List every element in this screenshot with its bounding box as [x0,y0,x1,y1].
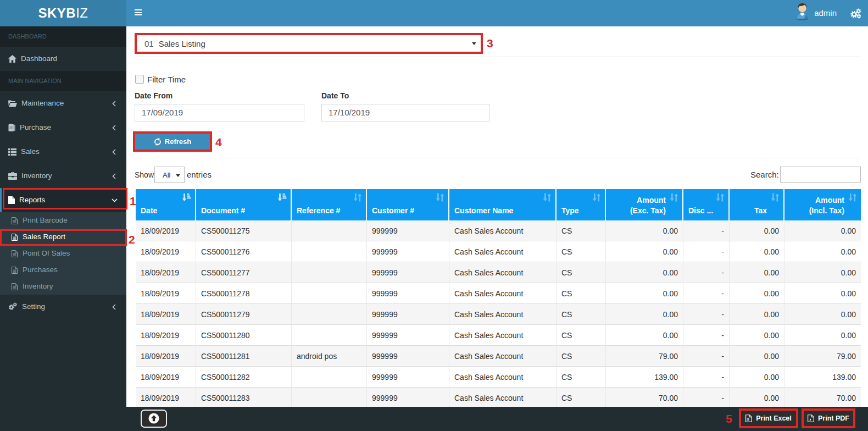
svg-text:x: x [747,417,750,422]
